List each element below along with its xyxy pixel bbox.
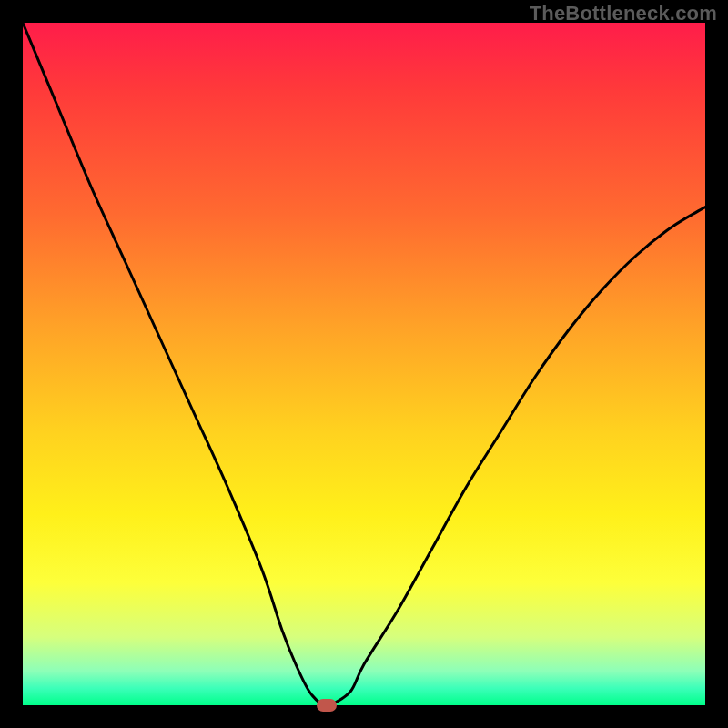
minimum-marker — [317, 699, 337, 712]
chart-frame: TheBottleneck.com — [0, 0, 728, 728]
bottleneck-curve — [23, 23, 705, 707]
plot-gradient-background — [23, 23, 705, 705]
curve-layer — [23, 23, 705, 705]
attribution-text: TheBottleneck.com — [530, 2, 717, 25]
